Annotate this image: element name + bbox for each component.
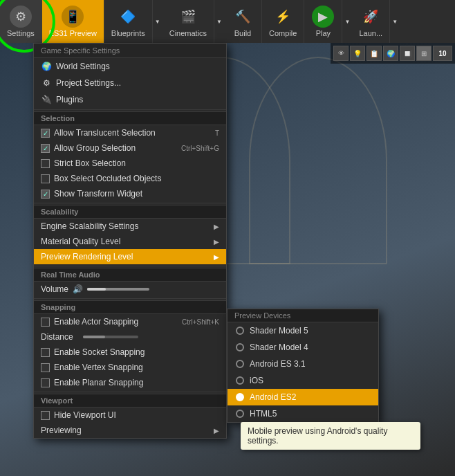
ios-item[interactable]: iOS [228, 372, 378, 389]
enable-planar-item[interactable]: Enable Planar Snapping [34, 375, 226, 390]
distance-slider-fill [83, 336, 105, 338]
project-settings-label: Project Settings... [56, 78, 121, 88]
blueprints-btn-group: 🔷 Blueprints ▼ [104, 0, 162, 43]
preview-rendering-label: Preview Rendering Level [41, 252, 133, 262]
previewing-arrow: ▶ [214, 427, 219, 434]
enable-vertex-item[interactable]: Enable Vertex Snapping [34, 360, 226, 375]
settings-label: Settings [7, 29, 35, 37]
ios-label: iOS [250, 376, 263, 385]
android-es31-item[interactable]: Android ES 3.1 [228, 356, 378, 372]
play-label: Play [316, 29, 331, 37]
allow-group-checkbox[interactable]: ✓ [41, 144, 50, 153]
android-es31-label: Android ES 3.1 [250, 359, 306, 369]
show-transform-checkbox[interactable]: ✓ [41, 190, 50, 199]
toolbar-play-button[interactable]: ▶ Play [304, 0, 342, 43]
enable-planar-checkbox[interactable] [41, 378, 50, 387]
android-es2-tooltip: Mobile preview using Android's quality s… [241, 422, 420, 450]
allow-translucent-checkbox[interactable]: ✓ [41, 129, 50, 138]
toolbar-cinematics-button[interactable]: 🎬 Cinematics [162, 0, 214, 43]
android-es2-radio [236, 393, 244, 401]
android-es2-item[interactable]: Android ES2 [228, 389, 378, 405]
allow-group-shortcut: Ctrl+Shift+G [181, 145, 219, 152]
world-settings-icon: 🌍 [41, 61, 52, 72]
enable-actor-snapping-item[interactable]: Enable Actor Snapping Ctrl+Shift+K [34, 314, 226, 329]
hide-viewport-ui-item[interactable]: Hide Viewport UI [34, 408, 226, 423]
strict-box-item[interactable]: Strict Box Selection [34, 156, 226, 171]
plugins-label: Plugins [56, 95, 83, 104]
preview-rendering-item[interactable]: Preview Rendering Level ▶ [34, 249, 226, 264]
vp-frame-number: 10 [433, 46, 452, 61]
real-time-audio-header: Real Time Audio [34, 268, 226, 282]
shader-model-4-label: Shader Model 4 [250, 342, 308, 352]
settings-icon: ⚙ [10, 6, 32, 28]
allow-group-item[interactable]: ✓ Allow Group Selection Ctrl+Shift+G [34, 140, 226, 156]
project-settings-item[interactable]: ⚙ Project Settings... [34, 75, 226, 91]
plugins-item[interactable]: 🔌 Plugins [34, 91, 226, 108]
main-toolbar: ⚙ Settings 📱 ES31 Preview 🔷 Blueprints ▼… [0, 0, 455, 43]
box-select-occluded-checkbox[interactable] [41, 174, 50, 183]
distance-slider[interactable] [83, 336, 138, 338]
hide-viewport-checkbox[interactable] [41, 411, 50, 420]
box-select-occluded-item[interactable]: Box Select Occluded Objects [34, 171, 226, 186]
cinematics-label: Cinematics [169, 29, 207, 37]
play-btn-group: ▶ Play ▼ [304, 0, 352, 43]
divider-2 [34, 203, 226, 203]
volume-slider[interactable] [87, 288, 149, 291]
enable-actor-checkbox[interactable] [41, 318, 50, 327]
shader-model-5-item[interactable]: Shader Model 5 [228, 322, 378, 339]
toolbar-compile-button[interactable]: ⚡ Compile [262, 0, 304, 43]
html5-radio [236, 410, 244, 418]
vp-perspective-btn[interactable]: 👁 [333, 46, 349, 61]
enable-vertex-label: Enable Vertex Snapping [54, 363, 143, 372]
compile-icon: ⚡ [272, 6, 294, 28]
vp-show-btn[interactable]: 📋 [366, 46, 382, 61]
toolbar-blueprints-button[interactable]: 🔷 Blueprints [104, 0, 153, 43]
project-settings-icon: ⚙ [41, 77, 52, 89]
vp-world-btn[interactable]: 🌍 [383, 46, 398, 61]
strict-box-label: Strict Box Selection [54, 158, 126, 168]
scene-arch-right [249, 57, 387, 264]
previewing-label: Previewing [41, 425, 82, 435]
vp-grid-btn[interactable]: ⊞ [416, 46, 431, 61]
android-es2-label: Android ES2 [250, 392, 296, 402]
toolbar-settings-button[interactable]: ⚙ Settings [0, 0, 42, 43]
vp-lit-btn[interactable]: 💡 [350, 46, 365, 61]
allow-translucent-label: Allow Translucent Selection [54, 128, 156, 138]
allow-group-label: Allow Group Selection [54, 143, 136, 153]
build-label: Build [234, 29, 251, 37]
cinematics-btn-group: 🎬 Cinematics ▼ [162, 0, 224, 43]
volume-row: Volume 🔊 [34, 282, 226, 297]
engine-scalability-label: Engine Scalability Settings [41, 221, 138, 231]
world-settings-item[interactable]: 🌍 World Settings [34, 58, 226, 75]
launch-label: Laun... [359, 29, 382, 37]
enable-vertex-checkbox[interactable] [41, 363, 50, 372]
game-specific-settings-label: Game Specific Settings [34, 44, 226, 58]
divider-3 [34, 266, 226, 266]
enable-socket-checkbox[interactable] [41, 348, 50, 357]
shader-model-4-item[interactable]: Shader Model 4 [228, 339, 378, 356]
vp-snap-btn[interactable]: 🔲 [400, 46, 415, 61]
toolbar-build-button[interactable]: 🔨 Build [224, 0, 262, 43]
toolbar-es31preview-button[interactable]: 📱 ES31 Preview [42, 0, 104, 43]
divider-4 [34, 298, 226, 299]
allow-translucent-item[interactable]: ✓ Allow Translucent Selection T [34, 125, 226, 140]
engine-scalability-item[interactable]: Engine Scalability Settings ▶ [34, 219, 226, 234]
show-transform-item[interactable]: ✓ Show Transform Widget [34, 186, 226, 201]
speaker-icon: 🔊 [73, 284, 83, 294]
launch-dropdown-arrow[interactable]: ▼ [390, 0, 400, 43]
strict-box-checkbox[interactable] [41, 159, 50, 168]
enable-socket-label: Enable Socket Snapping [54, 347, 145, 357]
volume-label: Volume [41, 284, 68, 294]
play-dropdown-arrow[interactable]: ▼ [342, 0, 352, 43]
cinematics-dropdown-arrow[interactable]: ▼ [214, 0, 224, 43]
html5-item[interactable]: HTML5 [228, 405, 378, 422]
selection-section-header: Selection [34, 111, 226, 125]
material-quality-item[interactable]: Material Quality Level ▶ [34, 234, 226, 249]
engine-scalability-arrow: ▶ [214, 223, 219, 230]
toolbar-launch-button[interactable]: 🚀 Laun... [352, 0, 390, 43]
blueprints-dropdown-arrow[interactable]: ▼ [153, 0, 162, 43]
html5-label: HTML5 [250, 409, 277, 419]
previewing-item[interactable]: Previewing ▶ [34, 423, 226, 438]
enable-socket-item[interactable]: Enable Socket Snapping [34, 345, 226, 360]
blueprints-label: Blueprints [111, 29, 145, 37]
